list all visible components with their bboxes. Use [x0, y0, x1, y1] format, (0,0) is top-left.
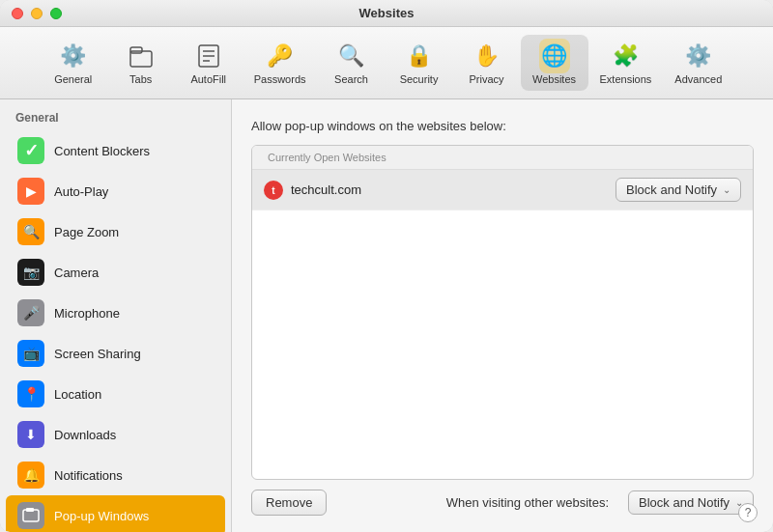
sidebar-item-microphone[interactable]: 🎤 Microphone — [6, 293, 225, 333]
toolbar-item-general[interactable]: ⚙️ General — [40, 35, 107, 91]
sidebar-item-downloads[interactable]: ⬇ Downloads — [6, 414, 225, 455]
screen-sharing-icon: 📺 — [17, 340, 44, 367]
sidebar-item-auto-play[interactable]: ▶ Auto-Play — [6, 171, 225, 211]
toolbar-item-tabs[interactable]: Tabs — [107, 35, 175, 91]
toolbar-item-search[interactable]: 🔍 Search — [318, 35, 386, 91]
popup-icon — [17, 502, 44, 529]
toolbar-item-advanced[interactable]: ⚙️ Advanced — [663, 35, 733, 91]
sidebar-item-content-blockers[interactable]: ✓ Content Blockers — [6, 130, 225, 171]
site-icon: t — [264, 181, 283, 200]
svg-rect-7 — [26, 508, 34, 512]
sidebar-item-camera[interactable]: 📷 Camera — [6, 252, 225, 293]
tabs-icon — [126, 41, 157, 71]
toolbar-item-passwords[interactable]: 🔑 Passwords — [243, 35, 318, 91]
main-title: Allow pop-up windows on the websites bel… — [251, 119, 754, 133]
sidebar-section-label: General — [0, 107, 231, 128]
minimize-button[interactable] — [31, 8, 43, 19]
camera-icon: 📷 — [17, 259, 44, 286]
key-icon: 🔑 — [265, 41, 296, 71]
table-header: Currently Open Websites — [252, 146, 753, 170]
close-button[interactable] — [12, 8, 23, 19]
sidebar-item-screen-sharing[interactable]: 📺 Screen Sharing — [6, 333, 225, 374]
content-blockers-icon: ✓ — [17, 137, 44, 164]
site-setting-dropdown[interactable]: Block and Notify ⌄ — [616, 178, 741, 202]
zoom-icon: 🔍 — [17, 218, 44, 245]
toolbar-item-extensions[interactable]: 🧩 Extensions — [588, 35, 664, 91]
search-icon: 🔍 — [336, 41, 367, 71]
table-empty-area — [252, 210, 753, 479]
sidebar-item-notifications[interactable]: 🔔 Notifications — [6, 455, 225, 495]
toolbar-item-security[interactable]: 🔒 Security — [386, 35, 453, 91]
lock-icon: 🔒 — [404, 41, 435, 71]
site-name: techcult.com — [291, 182, 616, 197]
other-websites-label: When visiting other websites: — [338, 495, 609, 510]
globe-icon: 🌐 — [539, 41, 570, 71]
chevron-down-icon: ⌄ — [723, 184, 730, 195]
bottom-bar: Remove When visiting other websites: Blo… — [251, 490, 754, 516]
title-bar: Websites — [0, 0, 773, 27]
toolbar: ⚙️ General Tabs AutoFill 🔑 Passwords 🔍 S… — [0, 27, 773, 99]
maximize-button[interactable] — [50, 8, 62, 19]
window-title: Websites — [359, 6, 415, 20]
toolbar-item-autofill[interactable]: AutoFill — [175, 35, 243, 91]
toolbar-item-privacy[interactable]: ✋ Privacy — [453, 35, 521, 91]
svg-rect-1 — [130, 47, 142, 53]
autofill-icon — [193, 41, 224, 71]
autoplay-icon: ▶ — [17, 178, 44, 205]
hand-icon: ✋ — [472, 41, 502, 71]
websites-table: Currently Open Websites t techcult.com B… — [251, 145, 754, 480]
table-row[interactable]: t techcult.com Block and Notify ⌄ — [252, 170, 753, 210]
microphone-icon: 🎤 — [17, 299, 44, 326]
notifications-icon: 🔔 — [17, 462, 44, 489]
sidebar-item-popup-windows[interactable]: Pop-up Windows — [6, 495, 225, 532]
puzzle-icon: 🧩 — [610, 41, 641, 71]
toolbar-item-websites[interactable]: 🌐 Websites — [521, 35, 588, 91]
downloads-icon: ⬇ — [17, 421, 44, 448]
other-websites-dropdown[interactable]: Block and Notify ⌄ — [628, 490, 754, 515]
sidebar: General ✓ Content Blockers ▶ Auto-Play 🔍… — [0, 99, 232, 532]
gear-icon: ⚙️ — [58, 41, 89, 71]
sidebar-item-location[interactable]: 📍 Location — [6, 374, 225, 414]
advanced-icon: ⚙️ — [683, 41, 714, 71]
content-area: General ✓ Content Blockers ▶ Auto-Play 🔍… — [0, 99, 773, 532]
sidebar-item-page-zoom[interactable]: 🔍 Page Zoom — [6, 211, 225, 252]
remove-button[interactable]: Remove — [251, 490, 327, 516]
window-controls[interactable] — [12, 8, 62, 19]
help-button[interactable]: ? — [738, 503, 758, 522]
location-icon: 📍 — [17, 380, 44, 407]
main-panel: Allow pop-up windows on the websites bel… — [232, 99, 773, 532]
